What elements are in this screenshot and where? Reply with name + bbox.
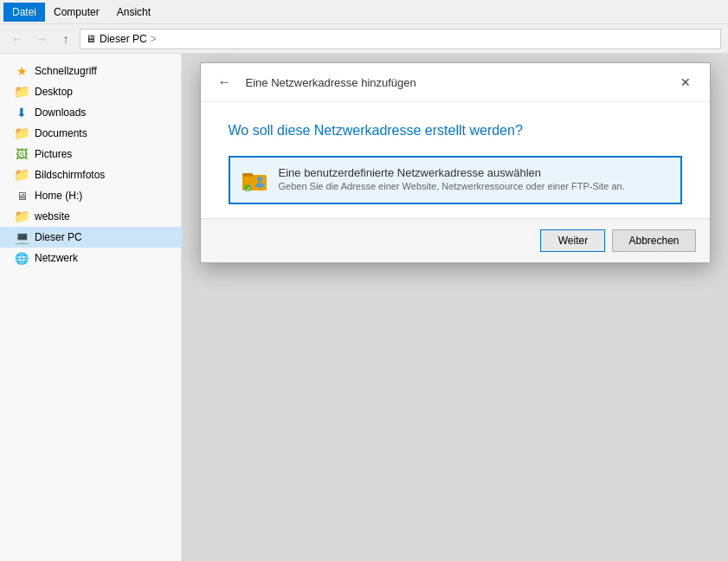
menu-bar: Datei Computer Ansicht xyxy=(0,0,728,24)
sidebar-item-desktop[interactable]: 📁 Desktop xyxy=(0,81,181,102)
option-text-block: Eine benutzerdefinierte Netzwerkadresse … xyxy=(279,166,625,191)
weiter-button[interactable]: Weiter xyxy=(540,229,605,252)
folder-blue-icon: 📁 xyxy=(14,84,29,100)
sidebar-item-website[interactable]: 📁 website xyxy=(0,206,181,227)
star-icon: ★ xyxy=(14,63,29,79)
breadcrumb[interactable]: 🖥 Dieser PC > xyxy=(80,29,721,49)
option-icon: ✓ xyxy=(241,166,268,194)
svg-point-2 xyxy=(257,177,262,182)
sidebar: ★ Schnellzugriff 📁 Desktop ⬇ Downloads 📁… xyxy=(0,54,182,561)
abbrechen-button[interactable]: Abbrechen xyxy=(612,229,695,252)
website-folder-icon: 📁 xyxy=(14,209,29,224)
sidebar-item-documents[interactable]: 📁 Documents xyxy=(0,123,181,144)
sidebar-item-downloads[interactable]: ⬇ Downloads xyxy=(0,102,181,123)
option-item[interactable]: ✓ Eine benutzerdefinierte Netzwerkadress… xyxy=(229,156,682,204)
sidebar-label-downloads: Downloads xyxy=(35,106,86,119)
dialog-overlay: ← Eine Netzwerkadresse hinzufügen ✕ Wo s… xyxy=(182,54,728,561)
sidebar-item-pictures[interactable]: 🖼 Pictures xyxy=(0,144,181,164)
sidebar-item-netzwerk[interactable]: 🌐 Netzwerk xyxy=(0,248,181,268)
sidebar-label-bildschirmfotos: Bildschirmfotos xyxy=(35,169,105,181)
breadcrumb-pc: Dieser PC xyxy=(100,33,147,45)
content-area: ∨ Ordner (6) 📁 📁 ← Eine Netzwerkadresse … xyxy=(182,54,728,561)
sidebar-item-bildschirmfotos[interactable]: 📁 Bildschirmfotos xyxy=(0,164,181,185)
sidebar-label-documents: Documents xyxy=(35,127,87,139)
home-drive-icon: 🖥 xyxy=(14,188,29,203)
forward-button[interactable]: → xyxy=(31,29,52,49)
sidebar-label-dieser-pc: Dieser PC xyxy=(35,231,82,243)
network-icon: 🌐 xyxy=(14,250,29,266)
back-button[interactable]: ← xyxy=(7,29,28,49)
dieser-pc-icon: 💻 xyxy=(14,229,29,245)
pictures-icon: 🖼 xyxy=(14,146,29,162)
dialog-close-button[interactable]: ✕ xyxy=(675,72,696,93)
sidebar-label-website: website xyxy=(35,210,70,222)
dialog-footer: Weiter Abbrechen xyxy=(201,218,710,262)
sidebar-label-netzwerk: Netzwerk xyxy=(35,252,78,264)
svg-point-3 xyxy=(255,183,264,188)
main-layout: ★ Schnellzugriff 📁 Desktop ⬇ Downloads 📁… xyxy=(0,54,728,561)
svg-text:✓: ✓ xyxy=(245,186,250,192)
breadcrumb-icon: 🖥 xyxy=(86,33,96,45)
menu-datei[interactable]: Datei xyxy=(3,3,45,22)
breadcrumb-sep: > xyxy=(151,33,157,45)
sidebar-item-dieser-pc[interactable]: 💻 Dieser PC xyxy=(0,227,181,248)
option-desc: Geben Sie die Adresse einer Website, Net… xyxy=(279,181,625,191)
sidebar-label-desktop: Desktop xyxy=(35,86,73,98)
dialog-question: Wo soll diese Netzwerkadresse erstellt w… xyxy=(229,123,682,139)
option-title: Eine benutzerdefinierte Netzwerkadresse … xyxy=(279,166,625,179)
documents-icon: 📁 xyxy=(14,126,29,141)
dialog-title-text: Eine Netzwerkadresse hinzufügen xyxy=(246,76,416,89)
dialog-title-left: ← Eine Netzwerkadresse hinzufügen xyxy=(215,73,416,92)
sidebar-label-pictures: Pictures xyxy=(35,148,72,160)
sidebar-item-schnellzugriff[interactable]: ★ Schnellzugriff xyxy=(0,61,181,81)
dialog: ← Eine Netzwerkadresse hinzufügen ✕ Wo s… xyxy=(200,62,711,263)
menu-ansicht[interactable]: Ansicht xyxy=(108,3,159,22)
dialog-back-button[interactable]: ← xyxy=(215,73,235,92)
sidebar-label-schnellzugriff: Schnellzugriff xyxy=(35,65,97,77)
toolbar: ← → ↑ 🖥 Dieser PC > xyxy=(0,24,728,54)
menu-computer[interactable]: Computer xyxy=(45,3,108,22)
dialog-body: Wo soll diese Netzwerkadresse erstellt w… xyxy=(201,102,710,218)
dialog-titlebar: ← Eine Netzwerkadresse hinzufügen ✕ xyxy=(201,63,710,102)
sidebar-item-home[interactable]: 🖥 Home (H:) xyxy=(0,185,181,206)
svg-rect-1 xyxy=(242,173,253,177)
sidebar-label-home: Home (H:) xyxy=(35,190,82,202)
download-icon: ⬇ xyxy=(14,105,29,120)
up-button[interactable]: ↑ xyxy=(55,29,76,49)
bildschirmfotos-icon: 📁 xyxy=(14,167,29,183)
